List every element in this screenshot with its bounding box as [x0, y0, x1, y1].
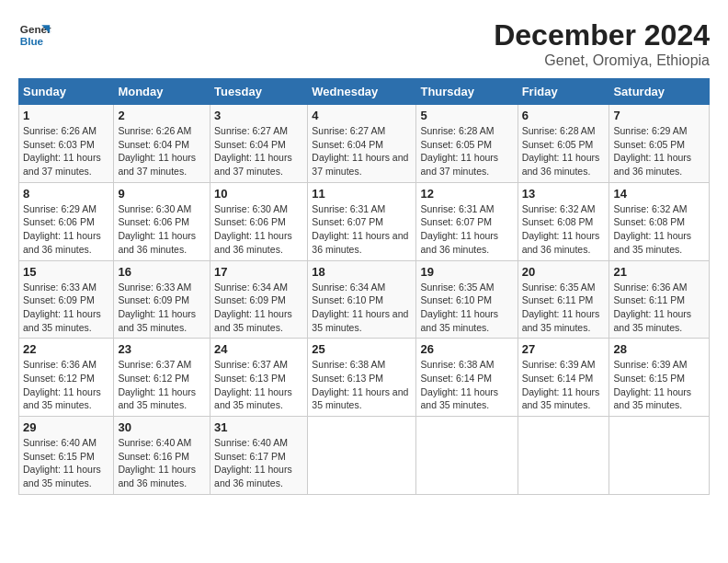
column-header-saturday: Saturday	[609, 79, 710, 105]
calendar-cell: 6 Sunrise: 6:28 AMSunset: 6:05 PMDayligh…	[518, 105, 609, 183]
day-number: 24	[214, 342, 303, 356]
calendar-cell: 9 Sunrise: 6:30 AMSunset: 6:06 PMDayligh…	[114, 182, 210, 260]
calendar-cell: 26 Sunrise: 6:38 AMSunset: 6:14 PMDaylig…	[416, 339, 518, 417]
calendar-week-row: 22 Sunrise: 6:36 AMSunset: 6:12 PMDaylig…	[19, 339, 710, 417]
day-number: 18	[312, 265, 412, 279]
calendar-cell: 4 Sunrise: 6:27 AMSunset: 6:04 PMDayligh…	[308, 105, 416, 183]
day-number: 2	[118, 109, 206, 122]
day-number: 27	[522, 342, 606, 356]
calendar-week-row: 29 Sunrise: 6:40 AMSunset: 6:15 PMDaylig…	[19, 417, 710, 495]
calendar-cell	[308, 417, 416, 495]
calendar-cell: 20 Sunrise: 6:35 AMSunset: 6:11 PMDaylig…	[518, 260, 609, 339]
day-info: Sunrise: 6:36 AMSunset: 6:12 PMDaylight:…	[23, 359, 101, 410]
day-number: 23	[118, 342, 206, 356]
column-header-tuesday: Tuesday	[210, 79, 308, 105]
calendar-cell: 7 Sunrise: 6:29 AMSunset: 6:05 PMDayligh…	[609, 105, 710, 183]
day-number: 3	[214, 109, 303, 122]
day-info: Sunrise: 6:39 AMSunset: 6:15 PMDaylight:…	[613, 359, 691, 410]
day-number: 6	[522, 109, 606, 122]
title-block: December 2024 Genet, Oromiya, Ethiopia	[494, 18, 710, 69]
calendar-cell: 21 Sunrise: 6:36 AMSunset: 6:11 PMDaylig…	[609, 260, 710, 339]
svg-text:Blue: Blue	[20, 35, 44, 47]
logo-icon: General Blue	[18, 18, 51, 52]
day-number: 20	[522, 265, 606, 279]
calendar-cell: 10 Sunrise: 6:30 AMSunset: 6:06 PMDaylig…	[210, 182, 308, 260]
day-info: Sunrise: 6:33 AMSunset: 6:09 PMDaylight:…	[118, 282, 196, 333]
calendar-cell: 1 Sunrise: 6:26 AMSunset: 6:03 PMDayligh…	[19, 105, 114, 183]
day-info: Sunrise: 6:33 AMSunset: 6:09 PMDaylight:…	[23, 282, 101, 333]
day-info: Sunrise: 6:32 AMSunset: 6:08 PMDaylight:…	[613, 203, 691, 255]
day-info: Sunrise: 6:26 AMSunset: 6:04 PMDaylight:…	[118, 125, 196, 177]
calendar-week-row: 8 Sunrise: 6:29 AMSunset: 6:06 PMDayligh…	[19, 182, 710, 260]
day-info: Sunrise: 6:27 AMSunset: 6:04 PMDaylight:…	[214, 125, 292, 177]
day-info: Sunrise: 6:29 AMSunset: 6:06 PMDaylight:…	[23, 203, 101, 255]
day-info: Sunrise: 6:27 AMSunset: 6:04 PMDaylight:…	[312, 125, 408, 177]
day-info: Sunrise: 6:32 AMSunset: 6:08 PMDaylight:…	[522, 203, 600, 255]
day-number: 8	[23, 187, 109, 201]
column-header-wednesday: Wednesday	[308, 79, 416, 105]
day-number: 1	[23, 109, 109, 122]
calendar-cell: 27 Sunrise: 6:39 AMSunset: 6:14 PMDaylig…	[518, 339, 609, 417]
page-title: December 2024	[494, 18, 710, 52]
calendar-cell: 17 Sunrise: 6:34 AMSunset: 6:09 PMDaylig…	[210, 260, 308, 339]
day-info: Sunrise: 6:38 AMSunset: 6:14 PMDaylight:…	[420, 359, 498, 410]
day-info: Sunrise: 6:28 AMSunset: 6:05 PMDaylight:…	[522, 125, 600, 177]
calendar-cell: 23 Sunrise: 6:37 AMSunset: 6:12 PMDaylig…	[114, 339, 210, 417]
day-number: 16	[118, 265, 206, 279]
day-info: Sunrise: 6:38 AMSunset: 6:13 PMDaylight:…	[312, 359, 408, 410]
day-info: Sunrise: 6:35 AMSunset: 6:10 PMDaylight:…	[420, 282, 498, 333]
day-info: Sunrise: 6:37 AMSunset: 6:13 PMDaylight:…	[214, 359, 292, 410]
calendar-cell: 25 Sunrise: 6:38 AMSunset: 6:13 PMDaylig…	[308, 339, 416, 417]
calendar-table: SundayMondayTuesdayWednesdayThursdayFrid…	[18, 78, 710, 495]
day-info: Sunrise: 6:40 AMSunset: 6:17 PMDaylight:…	[214, 437, 292, 488]
calendar-cell: 15 Sunrise: 6:33 AMSunset: 6:09 PMDaylig…	[19, 260, 114, 339]
calendar-cell: 8 Sunrise: 6:29 AMSunset: 6:06 PMDayligh…	[19, 182, 114, 260]
calendar-cell: 22 Sunrise: 6:36 AMSunset: 6:12 PMDaylig…	[19, 339, 114, 417]
calendar-cell	[518, 417, 609, 495]
day-number: 26	[420, 342, 513, 356]
day-number: 5	[420, 109, 513, 122]
logo: General Blue	[18, 18, 51, 52]
day-number: 12	[420, 187, 513, 201]
day-info: Sunrise: 6:31 AMSunset: 6:07 PMDaylight:…	[312, 203, 408, 255]
column-header-sunday: Sunday	[19, 79, 114, 105]
column-header-thursday: Thursday	[416, 79, 518, 105]
calendar-week-row: 1 Sunrise: 6:26 AMSunset: 6:03 PMDayligh…	[19, 105, 710, 183]
calendar-cell: 19 Sunrise: 6:35 AMSunset: 6:10 PMDaylig…	[416, 260, 518, 339]
day-number: 31	[214, 420, 303, 434]
calendar-cell: 11 Sunrise: 6:31 AMSunset: 6:07 PMDaylig…	[308, 182, 416, 260]
calendar-header-row: SundayMondayTuesdayWednesdayThursdayFrid…	[19, 79, 710, 105]
day-info: Sunrise: 6:30 AMSunset: 6:06 PMDaylight:…	[214, 203, 292, 255]
calendar-cell: 3 Sunrise: 6:27 AMSunset: 6:04 PMDayligh…	[210, 105, 308, 183]
day-info: Sunrise: 6:36 AMSunset: 6:11 PMDaylight:…	[613, 282, 691, 333]
calendar-cell: 12 Sunrise: 6:31 AMSunset: 6:07 PMDaylig…	[416, 182, 518, 260]
day-number: 22	[23, 342, 109, 356]
day-number: 11	[312, 187, 412, 201]
calendar-cell: 14 Sunrise: 6:32 AMSunset: 6:08 PMDaylig…	[609, 182, 710, 260]
calendar-cell: 2 Sunrise: 6:26 AMSunset: 6:04 PMDayligh…	[114, 105, 210, 183]
day-number: 4	[312, 109, 412, 122]
day-number: 17	[214, 265, 303, 279]
page-header: General Blue December 2024 Genet, Oromiy…	[18, 18, 710, 69]
day-info: Sunrise: 6:26 AMSunset: 6:03 PMDaylight:…	[23, 125, 101, 177]
day-info: Sunrise: 6:31 AMSunset: 6:07 PMDaylight:…	[420, 203, 498, 255]
day-number: 14	[613, 187, 705, 201]
day-number: 10	[214, 187, 303, 201]
day-number: 19	[420, 265, 513, 279]
calendar-cell: 18 Sunrise: 6:34 AMSunset: 6:10 PMDaylig…	[308, 260, 416, 339]
day-number: 30	[118, 420, 206, 434]
day-number: 15	[23, 265, 109, 279]
day-number: 9	[118, 187, 206, 201]
day-number: 25	[312, 342, 412, 356]
day-info: Sunrise: 6:40 AMSunset: 6:16 PMDaylight:…	[118, 437, 196, 488]
day-number: 28	[613, 342, 705, 356]
calendar-cell	[609, 417, 710, 495]
day-info: Sunrise: 6:29 AMSunset: 6:05 PMDaylight:…	[613, 125, 691, 177]
column-header-friday: Friday	[518, 79, 609, 105]
calendar-cell: 29 Sunrise: 6:40 AMSunset: 6:15 PMDaylig…	[19, 417, 114, 495]
day-info: Sunrise: 6:34 AMSunset: 6:09 PMDaylight:…	[214, 282, 292, 333]
calendar-cell: 16 Sunrise: 6:33 AMSunset: 6:09 PMDaylig…	[114, 260, 210, 339]
day-number: 13	[522, 187, 606, 201]
day-number: 29	[23, 420, 109, 434]
day-info: Sunrise: 6:34 AMSunset: 6:10 PMDaylight:…	[312, 282, 408, 333]
